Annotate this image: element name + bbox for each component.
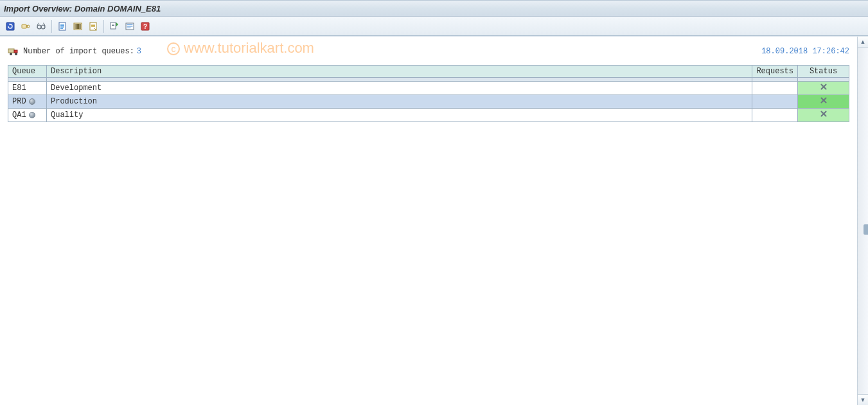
svg-rect-13 <box>76 24 76 29</box>
scroll-down-icon[interactable]: ▼ <box>858 394 868 405</box>
status-closed-icon <box>820 83 828 91</box>
table-row[interactable]: QA1Quality <box>8 109 849 122</box>
queue-id: PRD <box>12 97 26 106</box>
svg-point-33 <box>10 53 12 55</box>
toolbar-separator <box>51 20 52 33</box>
barcode-icon[interactable] <box>71 19 85 33</box>
svg-point-34 <box>15 53 17 55</box>
svg-rect-12 <box>75 24 76 29</box>
toolbar-separator <box>103 20 104 33</box>
status-cell[interactable] <box>798 95 849 109</box>
requests-cell[interactable] <box>752 82 798 95</box>
col-header-requests[interactable]: Requests <box>752 66 798 78</box>
col-header-status[interactable]: Status <box>798 66 849 78</box>
requests-cell[interactable] <box>752 109 798 122</box>
svg-text:?: ? <box>143 23 147 30</box>
log-icon[interactable] <box>107 19 121 33</box>
svg-rect-23 <box>112 24 114 24</box>
scroll-marker <box>864 224 868 235</box>
svg-rect-26 <box>127 24 133 25</box>
svg-rect-17 <box>80 24 81 29</box>
queue-cell[interactable]: PRD <box>8 95 47 109</box>
svg-rect-24 <box>112 25 114 26</box>
svg-rect-27 <box>127 26 133 26</box>
page-title: Import Overview: Domain DOMAIN_E81 <box>4 4 161 14</box>
svg-rect-9 <box>60 26 64 27</box>
properties-icon[interactable] <box>86 19 100 33</box>
description-cell[interactable]: Development <box>47 82 752 95</box>
system-status-icon <box>29 112 35 118</box>
svg-point-5 <box>41 25 45 29</box>
svg-rect-1 <box>22 24 26 28</box>
queue-id: QA1 <box>12 111 26 120</box>
table-row[interactable]: E81Development <box>8 82 849 95</box>
status-closed-icon <box>820 110 828 118</box>
refresh-icon[interactable] <box>3 19 17 33</box>
svg-rect-31 <box>8 49 14 53</box>
info-label: Number of import queues: <box>23 47 134 56</box>
svg-rect-28 <box>127 27 131 28</box>
col-header-queue[interactable]: Queue <box>8 66 47 78</box>
svg-rect-20 <box>91 25 95 26</box>
status-closed-icon <box>820 96 828 104</box>
title-bar: Import Overview: Domain DOMAIN_E81 <box>0 0 868 17</box>
requests-cell[interactable] <box>752 95 798 109</box>
toolbar: ? cwww.tutorialkart.com <box>0 17 868 36</box>
col-header-description[interactable]: Description <box>47 66 752 78</box>
svg-rect-10 <box>60 28 63 28</box>
import-queues-table: Queue Description Requests Status E81Dev… <box>8 65 849 122</box>
svg-rect-32 <box>14 50 17 53</box>
scroll-up-icon[interactable]: ▲ <box>858 37 868 48</box>
vertical-scrollbar[interactable]: ▲ ▼ <box>857 37 868 405</box>
content-area: Number of import queues: 3 18.09.2018 17… <box>0 37 857 405</box>
svg-rect-19 <box>91 24 95 24</box>
display-icon[interactable] <box>19 19 33 33</box>
status-cell[interactable] <box>798 109 849 122</box>
table-row[interactable]: PRDProduction <box>8 95 849 109</box>
truck-icon <box>8 47 19 56</box>
svg-rect-21 <box>91 26 95 27</box>
queue-cell[interactable]: QA1 <box>8 109 47 122</box>
help-icon[interactable]: ? <box>138 19 152 33</box>
queue-cell[interactable]: E81 <box>8 82 47 95</box>
page-icon[interactable] <box>55 19 69 33</box>
svg-rect-15 <box>78 24 79 29</box>
svg-rect-14 <box>77 24 78 29</box>
svg-point-4 <box>37 25 41 29</box>
svg-rect-6 <box>59 22 66 30</box>
description-cell[interactable]: Production <box>47 95 752 109</box>
svg-rect-7 <box>60 24 64 24</box>
timestamp: 18.09.2018 17:26:42 <box>761 47 849 56</box>
queue-count: 3 <box>137 47 141 56</box>
status-cell[interactable] <box>798 82 849 95</box>
svg-rect-16 <box>79 24 80 29</box>
queue-id: E81 <box>12 84 26 93</box>
list-icon[interactable] <box>123 19 137 33</box>
svg-rect-8 <box>60 25 64 26</box>
glasses-icon[interactable] <box>34 19 48 33</box>
system-status-icon <box>29 98 35 105</box>
description-cell[interactable]: Quality <box>47 109 752 122</box>
